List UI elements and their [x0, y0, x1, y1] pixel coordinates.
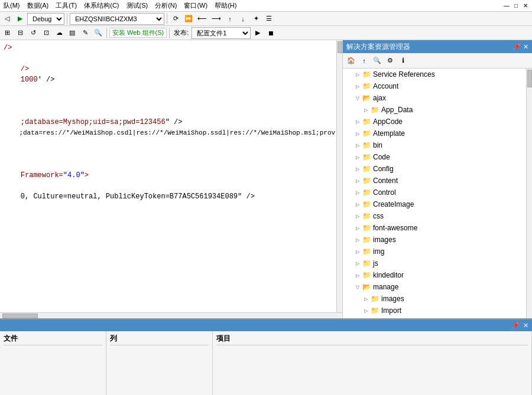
- toggle-createimage[interactable]: ▷: [353, 202, 362, 207]
- maximize-button[interactable]: □: [512, 2, 520, 10]
- config-dropdown[interactable]: 配置文件1: [192, 27, 251, 39]
- toggle-app-data[interactable]: ▷: [362, 107, 370, 113]
- bottom-close-icon[interactable]: ✕: [523, 322, 528, 329]
- toolbar2-btn-3[interactable]: ↺: [27, 27, 39, 39]
- tree-item-content[interactable]: ▷ 📁 Content: [343, 175, 526, 187]
- tree-item-service-references[interactable]: ▷ 📁 Service References: [343, 68, 526, 80]
- editor-hscroll[interactable]: [0, 312, 342, 318]
- publish-btn-1[interactable]: ▶: [252, 27, 264, 39]
- tree-item-createimage[interactable]: ▷ 📁 CreateImage: [343, 198, 526, 210]
- toolbar-btn-7[interactable]: ✦: [250, 13, 262, 25]
- tree-item-appcode[interactable]: ▷ 📁 AppCode: [343, 116, 526, 128]
- toolbar-btn-4[interactable]: ⟶: [210, 13, 223, 25]
- toggle-manage-import[interactable]: ▷: [362, 308, 370, 314]
- toggle-bin[interactable]: ▷: [353, 143, 362, 148]
- debug-dropdown[interactable]: Debug: [27, 13, 64, 25]
- tree-item-css[interactable]: ▷ 📁 css: [343, 210, 526, 222]
- tree-item-code[interactable]: ▷ 📁 Code: [343, 151, 526, 163]
- solution-tree-vscroll[interactable]: [526, 68, 532, 318]
- tree-item-config[interactable]: ▷ 📁 Config: [343, 163, 526, 175]
- pin-icon[interactable]: 📌: [512, 43, 521, 51]
- tree-item-app-data[interactable]: ▷ 📁 App_Data: [343, 104, 526, 116]
- toolbar-btn-1[interactable]: ⟳: [170, 13, 181, 25]
- solution-tree-vscroll-thumb[interactable]: [527, 70, 532, 87]
- toggle-manage-images[interactable]: ▷: [362, 296, 370, 302]
- tree-item-manage-import[interactable]: ▷ 📁 Import: [343, 305, 526, 316]
- tree-label-config: Config: [373, 165, 394, 173]
- tree-item-account[interactable]: ▷ 📁 Account: [343, 80, 526, 92]
- bottom-col-project-header: 项目: [216, 332, 528, 345]
- menu-help[interactable]: 帮助(H): [213, 1, 238, 10]
- menu-tools[interactable]: 工具(T): [54, 1, 78, 10]
- sol-btn-5[interactable]: ℹ: [397, 55, 409, 67]
- tree-item-atemplate[interactable]: ▷ 📁 Atemplate: [343, 128, 526, 139]
- folder-manage-images-icon: 📁: [370, 294, 379, 303]
- toolbar-btn-2[interactable]: ⏩: [183, 13, 194, 25]
- code-line-4: 1000' />: [4, 74, 335, 85]
- tree-item-kindeditor[interactable]: ▷ 📁 kindeditor: [343, 269, 526, 281]
- tree-item-manage[interactable]: ▽ 📂 manage: [343, 281, 526, 293]
- tree-item-control[interactable]: ▷ 📁 Control: [343, 187, 526, 198]
- editor-content-area[interactable]: /> /> 1000' /> ;database=Myshop;uid=sa;p…: [0, 40, 342, 312]
- toolbar-btn-3[interactable]: ⟵: [196, 13, 209, 25]
- menu-data[interactable]: 数据(A): [26, 1, 50, 10]
- toolbar2-btn-5[interactable]: ☁: [53, 27, 65, 39]
- tree-item-img[interactable]: ▷ 📁 img: [343, 246, 526, 257]
- folder-bin-icon: 📁: [362, 141, 371, 150]
- toggle-css[interactable]: ▷: [353, 214, 362, 219]
- editor-hscroll-thumb[interactable]: [2, 314, 38, 318]
- toggle-appcode[interactable]: ▷: [353, 119, 362, 125]
- play-button[interactable]: ▶: [14, 13, 26, 25]
- install-web-label[interactable]: 安装 Web 组件(S): [109, 28, 167, 38]
- toolbar2-btn-1[interactable]: ⊞: [1, 27, 13, 39]
- toggle-code[interactable]: ▷: [353, 155, 362, 160]
- publish-btn-2[interactable]: ⏹: [265, 27, 277, 39]
- tree-item-js[interactable]: ▷ 📁 js: [343, 257, 526, 269]
- sol-btn-1[interactable]: 🏠: [345, 55, 357, 67]
- toggle-manage[interactable]: ▽: [353, 285, 362, 290]
- header-close-icon[interactable]: ✕: [523, 43, 528, 51]
- tree-item-font-awesome[interactable]: ▷ 📁 font-awesome: [343, 222, 526, 234]
- toolbar2-btn-7[interactable]: ✎: [79, 27, 91, 39]
- back-button[interactable]: ◁: [1, 13, 13, 25]
- toolbar-btn-8[interactable]: ☰: [263, 13, 275, 25]
- sol-btn-2[interactable]: ↑: [358, 55, 370, 67]
- toggle-ajax[interactable]: ▽: [353, 96, 362, 101]
- toggle-js[interactable]: ▷: [353, 261, 362, 266]
- editor-vscroll[interactable]: [336, 40, 342, 312]
- toggle-control[interactable]: ▷: [353, 190, 362, 195]
- tree-item-manage-images[interactable]: ▷ 📁 images: [343, 293, 526, 305]
- toggle-atemplate[interactable]: ▷: [353, 131, 362, 136]
- toolbar2-btn-8[interactable]: 🔍: [92, 27, 104, 39]
- toolbar-btn-5[interactable]: ↑: [224, 13, 236, 25]
- toggle-config[interactable]: ▷: [353, 167, 362, 172]
- code-line-15: 0, Culture=neutral, PublicKeyToken=B77A5…: [4, 191, 335, 202]
- tree-item-images[interactable]: ▷ 📁 images: [343, 234, 526, 246]
- folder-account-icon: 📁: [362, 81, 371, 91]
- toggle-account[interactable]: ▷: [353, 84, 362, 89]
- close-button[interactable]: ✕: [521, 2, 530, 10]
- minimize-button[interactable]: —: [502, 2, 511, 10]
- sol-btn-3[interactable]: 🔍: [371, 55, 383, 67]
- sol-btn-4[interactable]: ⚙: [384, 55, 396, 67]
- toggle-images[interactable]: ▷: [353, 237, 362, 243]
- toggle-img[interactable]: ▷: [353, 249, 362, 254]
- project-dropdown[interactable]: EHZQSNIIBCHZXM3: [70, 13, 164, 25]
- toggle-kindeditor[interactable]: ▷: [353, 273, 362, 278]
- toolbar2-btn-6[interactable]: ▤: [66, 27, 78, 39]
- toggle-font-awesome[interactable]: ▷: [353, 226, 362, 231]
- menu-arch[interactable]: 体系结构(C): [83, 1, 120, 10]
- editor-vscroll-thumb[interactable]: [338, 41, 342, 53]
- toggle-service-references[interactable]: ▷: [353, 72, 362, 77]
- toolbar2-btn-2[interactable]: ⊟: [14, 27, 26, 39]
- toolbar2-btn-4[interactable]: ⊡: [40, 27, 52, 39]
- bottom-pin-icon[interactable]: 📌: [511, 322, 520, 329]
- menu-analyze[interactable]: 分析(N): [154, 1, 178, 10]
- tree-item-bin[interactable]: ▷ 📁 bin: [343, 139, 526, 151]
- toolbar-btn-6[interactable]: ↓: [237, 13, 249, 25]
- menu-test[interactable]: 测试(S): [125, 1, 150, 10]
- tree-item-ajax[interactable]: ▽ 📂 ajax: [343, 92, 526, 104]
- menu-window[interactable]: 窗口(W): [183, 1, 209, 10]
- toggle-content[interactable]: ▷: [353, 178, 362, 184]
- menu-team[interactable]: 队(M): [2, 1, 21, 10]
